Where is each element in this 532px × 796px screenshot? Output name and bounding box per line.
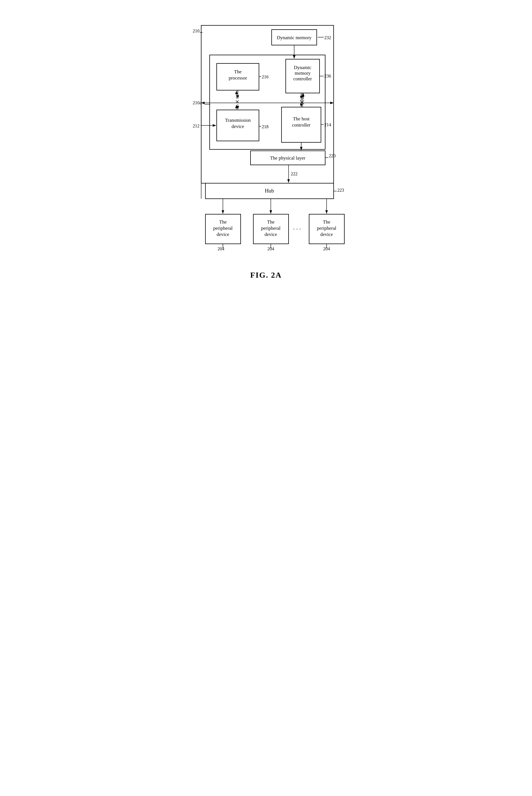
text-hc-line1: The host [293, 116, 309, 121]
text-dmc-line1: Dynamic [294, 65, 312, 70]
text-periph1-line3: device [217, 232, 229, 237]
label-210a: 210a [193, 100, 202, 105]
text-dynamic-memory: Dynamic memory [277, 35, 312, 40]
page: 210 Dynamic memory 232 210a The processo… [167, 6, 365, 297]
text-physical-layer: The physical layer [270, 155, 305, 161]
text-periph2-line2: peripheral [261, 226, 281, 231]
text-periph3-line3: device [320, 232, 333, 237]
label-214: 214 [324, 122, 331, 127]
label-216: 216 [262, 74, 268, 79]
text-trans-line1: Transmission [225, 117, 251, 123]
outer-box-210 [201, 25, 334, 183]
label-236: 236 [324, 74, 331, 78]
label-222: 222 [291, 171, 298, 176]
main-svg: 210 Dynamic memory 232 210a The processo… [184, 17, 348, 259]
label-212: 212 [193, 124, 200, 128]
text-periph1-line2: peripheral [213, 226, 233, 231]
text-hub: Hub [265, 188, 274, 194]
label-232: 232 [324, 35, 331, 40]
text-periph3-line2: peripheral [317, 226, 337, 231]
text-dots: · · · [293, 226, 301, 232]
text-processor-line2: processor [229, 75, 247, 81]
text-trans-line2: device [232, 124, 244, 129]
figure-label: FIG. 2A [184, 271, 348, 280]
text-periph3-line1: The [323, 219, 330, 225]
label-210: 210 [193, 29, 200, 33]
label-218: 218 [262, 124, 268, 129]
text-processor-line1: The [234, 69, 242, 74]
label-223: 223 [337, 188, 344, 192]
text-periph1-line1: The [219, 219, 227, 225]
text-periph2-line1: The [267, 219, 274, 225]
diagram: 210 Dynamic memory 232 210a The processo… [184, 17, 348, 259]
label-220: 220 [329, 153, 336, 158]
text-hc-line2: controller [292, 122, 310, 128]
label-204a: 204 [217, 246, 224, 251]
text-dmc-line2: memory [295, 71, 311, 76]
text-dmc-line3: controller [293, 76, 312, 81]
text-periph2-line3: device [265, 232, 277, 237]
